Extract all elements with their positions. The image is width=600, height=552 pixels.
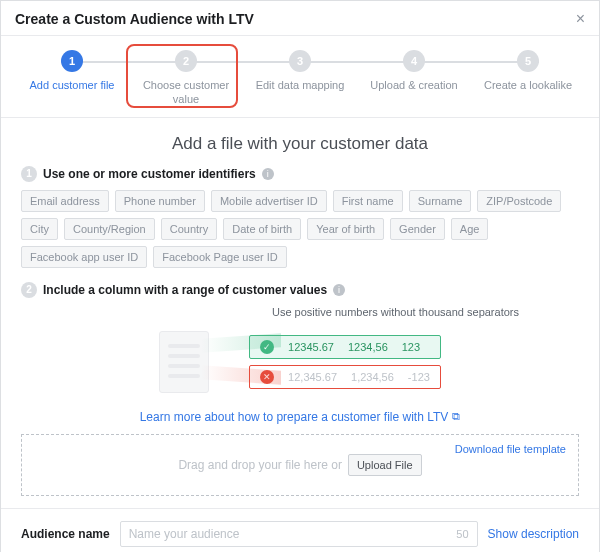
good-val: 1234,56 bbox=[348, 341, 388, 353]
bad-val: 12,345.67 bbox=[288, 371, 337, 383]
step-bubble: 2 bbox=[175, 50, 197, 72]
upload-file-button[interactable]: Upload File bbox=[348, 454, 422, 476]
step-label: Add customer file bbox=[30, 78, 115, 92]
good-val: 12345.67 bbox=[288, 341, 334, 353]
step-bubble: 3 bbox=[289, 50, 311, 72]
step-bubble: 1 bbox=[61, 50, 83, 72]
identifier-chip[interactable]: Date of birth bbox=[223, 218, 301, 240]
audience-name-label: Audience name bbox=[21, 527, 110, 541]
example-graphic: ✓ 12345.67 1234,56 123 ✕ 12,345.67 1,234… bbox=[21, 322, 579, 402]
identifier-chip[interactable]: Year of birth bbox=[307, 218, 384, 240]
identifier-chip[interactable]: Gender bbox=[390, 218, 445, 240]
step-bubble: 5 bbox=[517, 50, 539, 72]
modal-header: Create a Custom Audience with LTV × bbox=[1, 1, 599, 36]
stepper: 1 Add customer file 2 Choose customer va… bbox=[1, 36, 599, 118]
identifier-chip[interactable]: Country bbox=[161, 218, 218, 240]
identifier-chip[interactable]: ZIP/Postcode bbox=[477, 190, 561, 212]
identifier-chip[interactable]: Phone number bbox=[115, 190, 205, 212]
external-link-icon: ⧉ bbox=[452, 410, 460, 423]
show-description-link[interactable]: Show description bbox=[488, 527, 579, 541]
info-icon[interactable]: i bbox=[333, 284, 345, 296]
close-icon[interactable]: × bbox=[576, 11, 585, 27]
step-1[interactable]: 1 Add customer file bbox=[15, 50, 129, 92]
value-hint: Use positive numbers without thousand se… bbox=[21, 306, 579, 318]
identifier-chip[interactable]: Email address bbox=[21, 190, 109, 212]
bad-val: -123 bbox=[408, 371, 430, 383]
download-template-link[interactable]: Download file template bbox=[455, 443, 566, 455]
bad-val: 1,234,56 bbox=[351, 371, 394, 383]
section-num-icon: 2 bbox=[21, 282, 37, 298]
section-num-icon: 1 bbox=[21, 166, 37, 182]
learn-more-link[interactable]: Learn more about how to prepare a custom… bbox=[21, 410, 579, 424]
step-bubble: 4 bbox=[403, 50, 425, 72]
identifier-chip[interactable]: First name bbox=[333, 190, 403, 212]
step-5[interactable]: 5 Create a lookalike bbox=[471, 50, 585, 92]
identifier-chip[interactable]: Surname bbox=[409, 190, 472, 212]
identifier-chip[interactable]: Mobile advertiser ID bbox=[211, 190, 327, 212]
audience-name-field[interactable]: 50 bbox=[120, 521, 478, 547]
info-icon[interactable]: i bbox=[262, 168, 274, 180]
identifier-chip[interactable]: Facebook app user ID bbox=[21, 246, 147, 268]
modal: Create a Custom Audience with LTV × 1 Ad… bbox=[0, 0, 600, 552]
modal-body: Add a file with your customer data 1 Use… bbox=[1, 118, 599, 508]
good-val: 123 bbox=[402, 341, 420, 353]
identifier-chip[interactable]: Facebook Page user ID bbox=[153, 246, 287, 268]
modal-title: Create a Custom Audience with LTV bbox=[15, 11, 254, 27]
drag-text: Drag and drop your file here or bbox=[178, 458, 341, 472]
identifier-chip[interactable]: County/Region bbox=[64, 218, 155, 240]
step-label: Choose customer value bbox=[136, 78, 236, 107]
section-label: Include a column with a range of custome… bbox=[43, 283, 327, 297]
step-label: Edit data mapping bbox=[256, 78, 345, 92]
identifier-chip[interactable]: City bbox=[21, 218, 58, 240]
modal-footer: Audience name 50 Show description bbox=[1, 508, 599, 552]
audience-name-input[interactable] bbox=[129, 527, 457, 541]
learn-more-text: Learn more about how to prepare a custom… bbox=[140, 410, 449, 424]
section-label: Use one or more customer identifiers bbox=[43, 167, 256, 181]
identifier-chips: Email addressPhone numberMobile advertis… bbox=[21, 190, 579, 268]
section-2-header: 2 Include a column with a range of custo… bbox=[21, 282, 579, 298]
section-1-header: 1 Use one or more customer identifiers i bbox=[21, 166, 579, 182]
page-title: Add a file with your customer data bbox=[21, 134, 579, 154]
step-label: Create a lookalike bbox=[484, 78, 572, 92]
file-dropzone[interactable]: Download file template Drag and drop you… bbox=[21, 434, 579, 496]
step-3[interactable]: 3 Edit data mapping bbox=[243, 50, 357, 92]
step-2[interactable]: 2 Choose customer value bbox=[129, 50, 243, 107]
step-4[interactable]: 4 Upload & creation bbox=[357, 50, 471, 92]
char-counter: 50 bbox=[456, 528, 468, 540]
step-label: Upload & creation bbox=[370, 78, 457, 92]
identifier-chip[interactable]: Age bbox=[451, 218, 489, 240]
